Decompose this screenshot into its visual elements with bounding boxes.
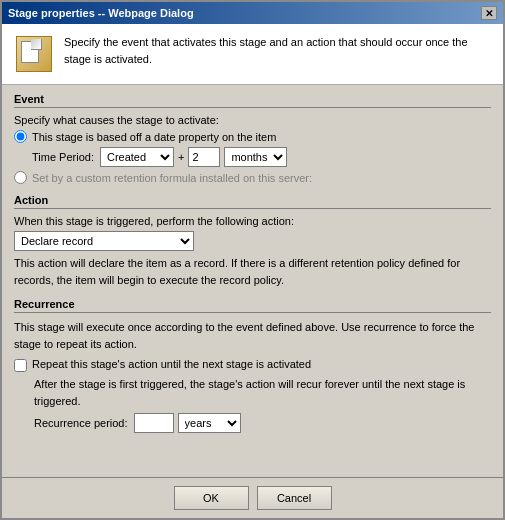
event-intro-row: Specify what causes the stage to activat…	[14, 114, 491, 126]
dialog-footer: OK Cancel	[2, 477, 503, 518]
event-section: Event Specify what causes the stage to a…	[14, 93, 491, 184]
duration-input[interactable]	[188, 147, 220, 167]
header-description: Specify the event that activates this st…	[64, 34, 491, 67]
event-intro-text: Specify what causes the stage to activat…	[14, 114, 219, 126]
time-period-label: Time Period:	[32, 151, 94, 163]
repeat-checkbox-row: Repeat this stage's action until the nex…	[14, 358, 491, 372]
recurrence-section-header: Recurrence	[14, 298, 491, 313]
action-section: Action When this stage is triggered, per…	[14, 194, 491, 288]
time-period-row: Time Period: Created Modified Approved +…	[32, 147, 491, 167]
close-button[interactable]: ✕	[481, 6, 497, 20]
radio2-row: Set by a custom retention formula instal…	[14, 171, 491, 184]
dialog-content: Event Specify what causes the stage to a…	[2, 85, 503, 477]
duration-unit-select[interactable]: days weeks months years	[224, 147, 287, 167]
radio2-label: Set by a custom retention formula instal…	[32, 172, 312, 184]
recurrence-unit-select[interactable]: days weeks months years	[178, 413, 241, 433]
recurrence-period-input[interactable]	[134, 413, 174, 433]
title-bar: Stage properties -- Webpage Dialog ✕	[2, 2, 503, 24]
radio-custom-formula[interactable]	[14, 171, 27, 184]
radio1-label: This stage is based off a date property …	[32, 131, 276, 143]
repeat-checkbox[interactable]	[14, 359, 27, 372]
recurrence-period-row: Recurrence period: days weeks months yea…	[34, 413, 491, 433]
checkbox-sub-text: After the stage is first triggered, the …	[34, 376, 491, 409]
action-section-header: Action	[14, 194, 491, 209]
dialog-window: Stage properties -- Webpage Dialog ✕ Spe…	[0, 0, 505, 520]
header-icon	[14, 34, 54, 74]
recurrence-description: This stage will execute once according t…	[14, 319, 491, 352]
event-section-header: Event	[14, 93, 491, 108]
radio1-row: This stage is based off a date property …	[14, 130, 491, 143]
title-bar-title: Stage properties -- Webpage Dialog	[8, 7, 194, 19]
date-select[interactable]: Created Modified Approved	[100, 147, 174, 167]
repeat-checkbox-label: Repeat this stage's action until the nex…	[32, 358, 311, 370]
action-select[interactable]: Declare record Move to another location …	[14, 231, 194, 251]
plus-sign: +	[178, 151, 184, 163]
radio-date-property[interactable]	[14, 130, 27, 143]
action-select-row: Declare record Move to another location …	[14, 231, 491, 251]
action-intro: When this stage is triggered, perform th…	[14, 215, 491, 227]
ok-button[interactable]: OK	[174, 486, 249, 510]
cancel-button[interactable]: Cancel	[257, 486, 332, 510]
action-description: This action will declare the item as a r…	[14, 255, 491, 288]
recurrence-period-label: Recurrence period:	[34, 417, 128, 429]
stage-icon	[16, 36, 52, 72]
dialog-header: Specify the event that activates this st…	[2, 24, 503, 85]
recurrence-section: Recurrence This stage will execute once …	[14, 298, 491, 433]
